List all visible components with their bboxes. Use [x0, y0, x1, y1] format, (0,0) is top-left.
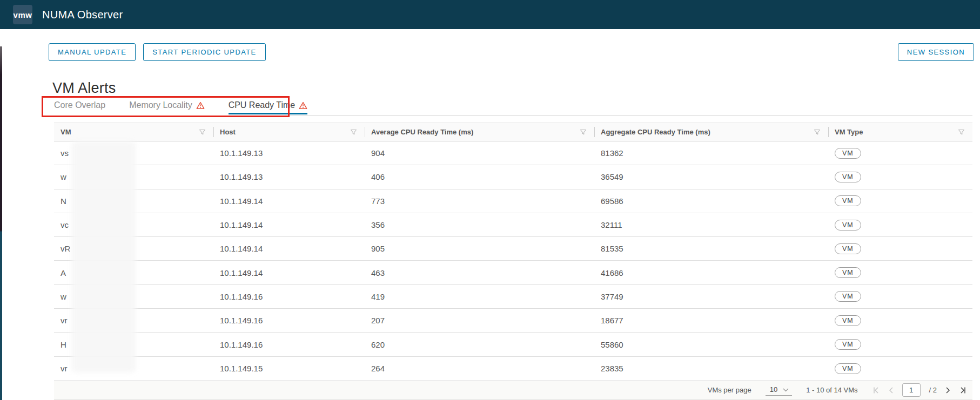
tab-core-overlap-label: Core Overlap	[54, 100, 105, 110]
filter-icon[interactable]	[814, 128, 821, 135]
page-title: VM Alerts	[52, 80, 116, 97]
cell-aggregate-cpu-ready: 41686	[594, 261, 828, 284]
cell-vm-name: vr	[54, 309, 213, 332]
cell-average-cpu-ready: 463	[365, 261, 594, 284]
table-row[interactable]: w 10.1.149.16 419 37749 VM	[54, 285, 972, 309]
cell-vm-name: vR	[54, 237, 213, 260]
table-row[interactable]: N 10.1.149.14 773 69586 VM	[54, 189, 972, 213]
tab-memory-locality-label: Memory Locality	[129, 100, 192, 110]
cell-aggregate-cpu-ready: 37749	[594, 285, 828, 308]
pager: / 2	[872, 383, 967, 397]
cell-vm-type: VM	[828, 237, 972, 260]
cell-aggregate-cpu-ready: 81535	[594, 237, 828, 260]
vm-type-badge: VM	[835, 220, 861, 230]
tab-memory-locality[interactable]: Memory Locality	[129, 100, 204, 114]
cell-host: 10.1.149.16	[213, 309, 365, 332]
cell-host: 10.1.149.15	[213, 357, 365, 381]
cell-vm-name: w	[54, 285, 213, 308]
warning-icon	[299, 101, 307, 110]
cell-host: 10.1.149.16	[213, 333, 365, 356]
column-header-average-cpu-ready: Average CPU Ready Time (ms)	[365, 123, 594, 141]
table-row[interactable]: A 10.1.149.14 463 41686 VM	[54, 261, 972, 284]
per-page-select[interactable]: 10	[766, 384, 792, 396]
toolbar: MANUAL UPDATE START PERIODIC UPDATE	[49, 43, 266, 61]
table-row[interactable]: vr 10.1.149.16 207 18677 VM	[54, 309, 972, 333]
column-header-label: VM	[61, 128, 71, 136]
cell-average-cpu-ready: 773	[365, 189, 594, 213]
tabbar-divider	[54, 116, 972, 116]
cell-average-cpu-ready: 264	[365, 357, 594, 381]
cell-vm-name: w	[54, 165, 213, 188]
cell-host: 10.1.149.14	[213, 189, 365, 213]
cell-vm-type: VM	[828, 213, 972, 236]
vm-type-badge: VM	[835, 195, 861, 206]
vm-type-badge: VM	[835, 267, 861, 278]
app-title: NUMA Observer	[42, 9, 123, 21]
new-session-button[interactable]: NEW SESSION	[898, 43, 974, 61]
cell-average-cpu-ready: 406	[365, 165, 594, 188]
vm-type-badge: VM	[835, 148, 861, 159]
vm-type-badge: VM	[835, 172, 861, 182]
pagination-range: 1 - 10 of 14 VMs	[806, 386, 857, 394]
vmware-logo-text: vmw	[14, 10, 32, 19]
first-page-button[interactable]	[872, 387, 880, 394]
vm-type-badge: VM	[835, 363, 861, 374]
table-body: vs 10.1.149.13 904 81362 VM w 10.1.149.1…	[54, 141, 972, 381]
cell-vm-type: VM	[828, 261, 972, 284]
tab-core-overlap[interactable]: Core Overlap	[54, 100, 105, 114]
table-row[interactable]: vR 10.1.149.14 905 81535 VM	[54, 237, 972, 261]
column-header-label: VM Type	[835, 128, 863, 136]
table-row[interactable]: w 10.1.149.13 406 36549 VM	[54, 165, 972, 189]
cell-aggregate-cpu-ready: 18677	[594, 309, 828, 332]
cell-vm-name: vr	[54, 357, 213, 381]
vmware-logo: vmw	[13, 5, 32, 24]
chevron-down-icon	[783, 385, 789, 394]
column-header-aggregate-cpu-ready: Aggregate CPU Ready Time (ms)	[594, 123, 828, 141]
table-header-row: VM Host Average CPU Ready Time (ms) Aggr…	[54, 123, 972, 141]
cell-vm-type: VM	[828, 141, 972, 165]
start-periodic-update-button[interactable]: START PERIODIC UPDATE	[143, 43, 265, 61]
next-page-button[interactable]	[945, 387, 951, 394]
column-header-host: Host	[213, 123, 365, 141]
cell-host: 10.1.149.16	[213, 285, 365, 308]
cell-average-cpu-ready: 356	[365, 213, 594, 236]
table-row[interactable]: vc 10.1.149.14 356 32111 VM	[54, 213, 972, 237]
alert-tabs: Core Overlap Memory Locality CPU Ready T…	[54, 100, 307, 114]
cell-average-cpu-ready: 207	[365, 309, 594, 332]
cell-average-cpu-ready: 905	[365, 237, 594, 260]
column-header-label: Host	[220, 128, 236, 136]
cell-host: 10.1.149.14	[213, 261, 365, 284]
previous-page-button[interactable]	[888, 387, 894, 394]
manual-update-button[interactable]: MANUAL UPDATE	[49, 43, 136, 61]
column-header-vm: VM	[54, 123, 213, 141]
cell-vm-type: VM	[828, 189, 972, 213]
cell-vm-type: VM	[828, 285, 972, 308]
cell-host: 10.1.149.13	[213, 165, 365, 188]
filter-icon[interactable]	[350, 128, 357, 135]
filter-icon[interactable]	[580, 128, 587, 135]
cell-vm-type: VM	[828, 333, 972, 356]
cell-aggregate-cpu-ready: 81362	[594, 141, 828, 165]
table-row[interactable]: vs 10.1.149.13 904 81362 VM	[54, 141, 972, 165]
cell-vm-name: vs	[54, 141, 213, 165]
cell-average-cpu-ready: 620	[365, 333, 594, 356]
per-page-value: 10	[770, 385, 777, 394]
vm-type-badge: VM	[835, 339, 861, 350]
cell-host: 10.1.149.14	[213, 213, 365, 236]
per-page-label: VMs per page	[708, 386, 751, 394]
filter-icon[interactable]	[199, 128, 206, 135]
last-page-button[interactable]	[959, 387, 967, 394]
cell-aggregate-cpu-ready: 36549	[594, 165, 828, 188]
cell-vm-type: VM	[828, 357, 972, 381]
app-header: vmw NUMA Observer	[0, 0, 980, 29]
current-page-input[interactable]	[902, 383, 921, 397]
vm-type-badge: VM	[835, 315, 861, 326]
vm-type-badge: VM	[835, 243, 861, 254]
cell-vm-name: H	[54, 333, 213, 356]
tab-cpu-ready-time[interactable]: CPU Ready Time	[229, 100, 308, 114]
table-row[interactable]: H 10.1.149.16 620 55860 VM	[54, 333, 972, 356]
background-window-edge	[0, 46, 2, 400]
table-row[interactable]: vr 10.1.149.15 264 23835 VM	[54, 357, 972, 381]
filter-icon[interactable]	[958, 128, 965, 135]
tab-cpu-ready-time-label: CPU Ready Time	[229, 100, 296, 110]
